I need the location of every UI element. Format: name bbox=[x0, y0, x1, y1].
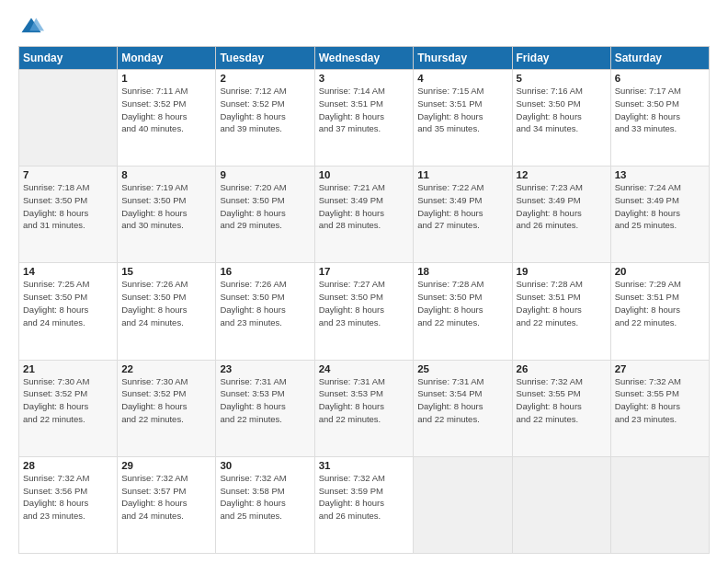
calendar-cell: 18Sunrise: 7:28 AM Sunset: 3:50 PM Dayli… bbox=[414, 263, 512, 360]
day-info: Sunrise: 7:32 AM Sunset: 3:55 PM Dayligh… bbox=[517, 375, 607, 426]
day-number: 11 bbox=[417, 169, 507, 180]
day-info: Sunrise: 7:28 AM Sunset: 3:50 PM Dayligh… bbox=[417, 278, 507, 328]
day-number: 14 bbox=[23, 266, 113, 277]
day-number: 15 bbox=[121, 266, 211, 277]
day-info: Sunrise: 7:20 AM Sunset: 3:50 PM Dayligh… bbox=[220, 181, 310, 232]
day-number: 29 bbox=[121, 460, 211, 471]
calendar-cell: 21Sunrise: 7:30 AM Sunset: 3:52 PM Dayli… bbox=[19, 360, 118, 456]
calendar-cell: 7Sunrise: 7:18 AM Sunset: 3:50 PM Daylig… bbox=[19, 167, 118, 263]
calendar-cell: 15Sunrise: 7:26 AM Sunset: 3:50 PM Dayli… bbox=[118, 263, 216, 360]
calendar-cell: 11Sunrise: 7:22 AM Sunset: 3:49 PM Dayli… bbox=[414, 167, 512, 263]
day-number: 1 bbox=[121, 73, 211, 84]
day-info: Sunrise: 7:32 AM Sunset: 3:56 PM Dayligh… bbox=[23, 472, 113, 523]
calendar-cell: 29Sunrise: 7:32 AM Sunset: 3:57 PM Dayli… bbox=[118, 456, 216, 553]
calendar-week-row: 1Sunrise: 7:11 AM Sunset: 3:52 PM Daylig… bbox=[19, 70, 710, 167]
calendar-cell: 19Sunrise: 7:28 AM Sunset: 3:51 PM Dayli… bbox=[512, 263, 610, 360]
calendar-cell bbox=[414, 456, 512, 553]
calendar-cell: 5Sunrise: 7:16 AM Sunset: 3:50 PM Daylig… bbox=[512, 70, 610, 167]
weekday-header: Friday bbox=[512, 47, 610, 70]
calendar-cell: 2Sunrise: 7:12 AM Sunset: 3:52 PM Daylig… bbox=[216, 70, 314, 167]
day-number: 8 bbox=[121, 169, 211, 180]
day-number: 16 bbox=[220, 266, 310, 277]
calendar-cell: 3Sunrise: 7:14 AM Sunset: 3:51 PM Daylig… bbox=[314, 70, 414, 167]
calendar-cell: 26Sunrise: 7:32 AM Sunset: 3:55 PM Dayli… bbox=[512, 360, 610, 456]
day-info: Sunrise: 7:17 AM Sunset: 3:50 PM Dayligh… bbox=[615, 85, 705, 135]
day-number: 24 bbox=[319, 363, 410, 374]
day-info: Sunrise: 7:26 AM Sunset: 3:50 PM Dayligh… bbox=[220, 278, 310, 328]
day-number: 31 bbox=[319, 460, 410, 471]
calendar-cell: 9Sunrise: 7:20 AM Sunset: 3:50 PM Daylig… bbox=[216, 167, 314, 263]
day-number: 2 bbox=[220, 73, 310, 84]
day-number: 23 bbox=[220, 363, 310, 374]
weekday-header: Saturday bbox=[610, 47, 709, 70]
day-info: Sunrise: 7:19 AM Sunset: 3:50 PM Dayligh… bbox=[121, 181, 211, 232]
calendar-cell: 31Sunrise: 7:32 AM Sunset: 3:59 PM Dayli… bbox=[314, 456, 414, 553]
calendar-cell: 4Sunrise: 7:15 AM Sunset: 3:51 PM Daylig… bbox=[414, 70, 512, 167]
day-info: Sunrise: 7:32 AM Sunset: 3:57 PM Dayligh… bbox=[121, 472, 211, 523]
day-number: 12 bbox=[517, 169, 607, 180]
calendar-header-row: SundayMondayTuesdayWednesdayThursdayFrid… bbox=[19, 47, 710, 70]
calendar-cell: 16Sunrise: 7:26 AM Sunset: 3:50 PM Dayli… bbox=[216, 263, 314, 360]
day-info: Sunrise: 7:31 AM Sunset: 3:53 PM Dayligh… bbox=[220, 375, 310, 426]
calendar-week-row: 14Sunrise: 7:25 AM Sunset: 3:50 PM Dayli… bbox=[19, 263, 710, 360]
day-number: 21 bbox=[23, 363, 113, 374]
calendar-cell: 12Sunrise: 7:23 AM Sunset: 3:49 PM Dayli… bbox=[512, 167, 610, 263]
calendar-cell: 6Sunrise: 7:17 AM Sunset: 3:50 PM Daylig… bbox=[610, 70, 709, 167]
calendar-cell: 27Sunrise: 7:32 AM Sunset: 3:55 PM Dayli… bbox=[610, 360, 709, 456]
day-number: 18 bbox=[417, 266, 507, 277]
calendar-week-row: 28Sunrise: 7:32 AM Sunset: 3:56 PM Dayli… bbox=[19, 456, 710, 553]
day-number: 27 bbox=[615, 363, 705, 374]
day-info: Sunrise: 7:29 AM Sunset: 3:51 PM Dayligh… bbox=[615, 278, 705, 328]
day-number: 30 bbox=[220, 460, 310, 471]
calendar-cell: 14Sunrise: 7:25 AM Sunset: 3:50 PM Dayli… bbox=[19, 263, 118, 360]
day-info: Sunrise: 7:32 AM Sunset: 3:59 PM Dayligh… bbox=[319, 472, 410, 523]
weekday-header: Tuesday bbox=[216, 47, 314, 70]
calendar-cell bbox=[610, 456, 709, 553]
day-number: 20 bbox=[615, 266, 705, 277]
logo-icon bbox=[18, 15, 44, 40]
day-info: Sunrise: 7:26 AM Sunset: 3:50 PM Dayligh… bbox=[121, 278, 211, 328]
day-info: Sunrise: 7:11 AM Sunset: 3:52 PM Dayligh… bbox=[121, 85, 211, 135]
logo bbox=[18, 15, 48, 40]
calendar-cell: 23Sunrise: 7:31 AM Sunset: 3:53 PM Dayli… bbox=[216, 360, 314, 456]
day-number: 13 bbox=[615, 169, 705, 180]
day-info: Sunrise: 7:30 AM Sunset: 3:52 PM Dayligh… bbox=[23, 375, 113, 426]
calendar-cell: 8Sunrise: 7:19 AM Sunset: 3:50 PM Daylig… bbox=[118, 167, 216, 263]
day-info: Sunrise: 7:15 AM Sunset: 3:51 PM Dayligh… bbox=[417, 85, 507, 135]
calendar-table: SundayMondayTuesdayWednesdayThursdayFrid… bbox=[18, 46, 710, 554]
day-number: 10 bbox=[319, 169, 410, 180]
calendar-cell bbox=[512, 456, 610, 553]
day-info: Sunrise: 7:31 AM Sunset: 3:54 PM Dayligh… bbox=[417, 375, 507, 426]
calendar-cell: 30Sunrise: 7:32 AM Sunset: 3:58 PM Dayli… bbox=[216, 456, 314, 553]
day-number: 6 bbox=[615, 73, 705, 84]
day-number: 26 bbox=[517, 363, 607, 374]
day-info: Sunrise: 7:12 AM Sunset: 3:52 PM Dayligh… bbox=[220, 85, 310, 135]
day-info: Sunrise: 7:21 AM Sunset: 3:49 PM Dayligh… bbox=[319, 181, 410, 232]
day-info: Sunrise: 7:32 AM Sunset: 3:58 PM Dayligh… bbox=[220, 472, 310, 523]
calendar-cell: 28Sunrise: 7:32 AM Sunset: 3:56 PM Dayli… bbox=[19, 456, 118, 553]
day-info: Sunrise: 7:30 AM Sunset: 3:52 PM Dayligh… bbox=[121, 375, 211, 426]
day-info: Sunrise: 7:23 AM Sunset: 3:49 PM Dayligh… bbox=[517, 181, 607, 232]
calendar-cell: 22Sunrise: 7:30 AM Sunset: 3:52 PM Dayli… bbox=[118, 360, 216, 456]
calendar-body: 1Sunrise: 7:11 AM Sunset: 3:52 PM Daylig… bbox=[19, 70, 710, 554]
day-info: Sunrise: 7:27 AM Sunset: 3:50 PM Dayligh… bbox=[319, 278, 410, 328]
day-number: 3 bbox=[319, 73, 410, 84]
day-number: 4 bbox=[417, 73, 507, 84]
weekday-header: Wednesday bbox=[314, 47, 414, 70]
calendar-cell: 13Sunrise: 7:24 AM Sunset: 3:49 PM Dayli… bbox=[610, 167, 709, 263]
day-number: 17 bbox=[319, 266, 410, 277]
day-info: Sunrise: 7:32 AM Sunset: 3:55 PM Dayligh… bbox=[615, 375, 705, 426]
day-number: 25 bbox=[417, 363, 507, 374]
day-number: 7 bbox=[23, 169, 113, 180]
weekday-header: Thursday bbox=[414, 47, 512, 70]
calendar-cell: 25Sunrise: 7:31 AM Sunset: 3:54 PM Dayli… bbox=[414, 360, 512, 456]
weekday-header: Monday bbox=[118, 47, 216, 70]
calendar-cell: 10Sunrise: 7:21 AM Sunset: 3:49 PM Dayli… bbox=[314, 167, 414, 263]
day-info: Sunrise: 7:18 AM Sunset: 3:50 PM Dayligh… bbox=[23, 181, 113, 232]
calendar-cell: 20Sunrise: 7:29 AM Sunset: 3:51 PM Dayli… bbox=[610, 263, 709, 360]
calendar-cell: 1Sunrise: 7:11 AM Sunset: 3:52 PM Daylig… bbox=[118, 70, 216, 167]
day-number: 5 bbox=[517, 73, 607, 84]
day-number: 19 bbox=[517, 266, 607, 277]
day-number: 9 bbox=[220, 169, 310, 180]
calendar-cell bbox=[19, 70, 118, 167]
